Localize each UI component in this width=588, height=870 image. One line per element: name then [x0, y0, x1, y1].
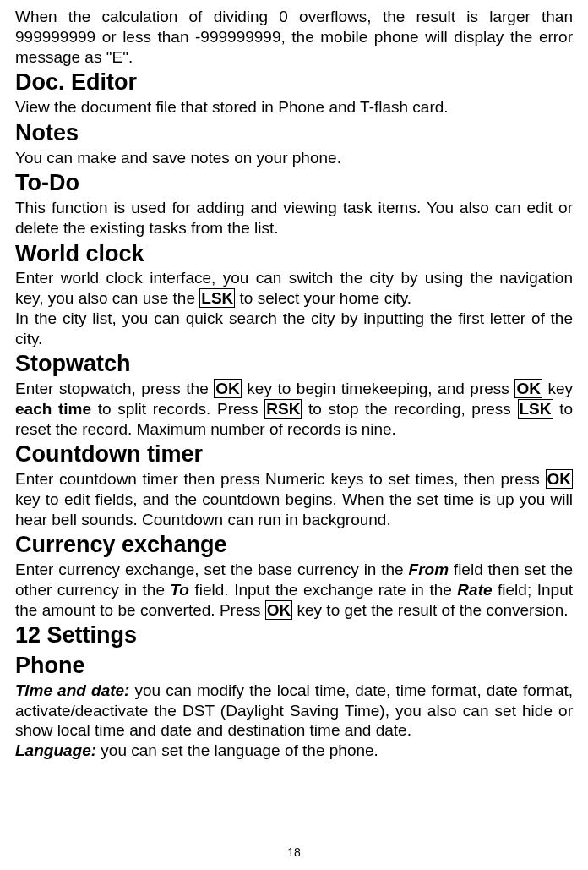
doc-editor-text: View the document file that stored in Ph…	[15, 97, 573, 118]
notes-text: You can make and save notes on your phon…	[15, 148, 573, 168]
ok-key-2: OK	[514, 379, 542, 398]
notes-heading: Notes	[15, 119, 573, 148]
page-number: 18	[0, 845, 588, 861]
language-label: Language:	[15, 741, 96, 759]
stopwatch-text-e: to stop the recording, press	[302, 400, 517, 418]
language-paragraph: Language: you can set the language of th…	[15, 741, 573, 761]
currency-heading: Currency exchange	[15, 531, 573, 560]
intro-paragraph: When the calculation of dividing 0 overf…	[15, 7, 573, 67]
countdown-text-b: key to edit fields, and the countdown be…	[15, 490, 573, 528]
currency-text-e: key to get the result of the conversion.	[292, 601, 568, 619]
world-clock-text-1b: to select your home city.	[235, 289, 411, 307]
world-clock-text-1: Enter world clock interface, you can swi…	[15, 268, 573, 309]
todo-text: This function is used for adding and vie…	[15, 198, 573, 238]
lsk-key: LSK	[199, 288, 235, 308]
world-clock-text-2: In the city list, you can quick search t…	[15, 309, 573, 349]
from-field-label: From	[409, 561, 449, 578]
countdown-heading: Countdown timer	[15, 440, 573, 469]
phone-heading: Phone	[15, 652, 573, 681]
ok-key-1: OK	[214, 379, 242, 398]
stopwatch-text-d: to split records. Press	[91, 400, 264, 418]
world-clock-heading: World clock	[15, 240, 573, 269]
countdown-text-a: Enter countdown timer then press Numeric…	[15, 470, 546, 488]
rsk-key: RSK	[264, 399, 302, 419]
rate-field-label: Rate	[457, 581, 492, 599]
language-text: you can set the language of the phone.	[96, 741, 378, 759]
time-date-paragraph: Time and date: you can modify the local …	[15, 681, 573, 741]
stopwatch-text: Enter stopwatch, press the OK key to beg…	[15, 379, 573, 439]
lsk-key-2: LSK	[518, 399, 553, 419]
countdown-text: Enter countdown timer then press Numeric…	[15, 469, 573, 529]
each-time-label: each time	[15, 400, 91, 418]
stopwatch-text-a: Enter stopwatch, press the	[15, 380, 214, 397]
stopwatch-heading: Stopwatch	[15, 350, 573, 379]
doc-editor-heading: Doc. Editor	[15, 68, 573, 97]
currency-text-a: Enter currency exchange, set the base cu…	[15, 561, 409, 578]
to-field-label: To	[170, 581, 189, 599]
stopwatch-text-c: key	[542, 380, 573, 397]
currency-text: Enter currency exchange, set the base cu…	[15, 560, 573, 620]
stopwatch-text-b: key to begin timekeeping, and press	[242, 380, 515, 397]
currency-text-c: field. Input the exchange rate in the	[189, 581, 457, 599]
todo-heading: To-Do	[15, 169, 573, 198]
settings-heading: 12 Settings	[15, 621, 573, 650]
ok-key-3: OK	[546, 469, 574, 489]
ok-key-4: OK	[265, 600, 293, 620]
time-date-label: Time and date:	[15, 681, 129, 699]
